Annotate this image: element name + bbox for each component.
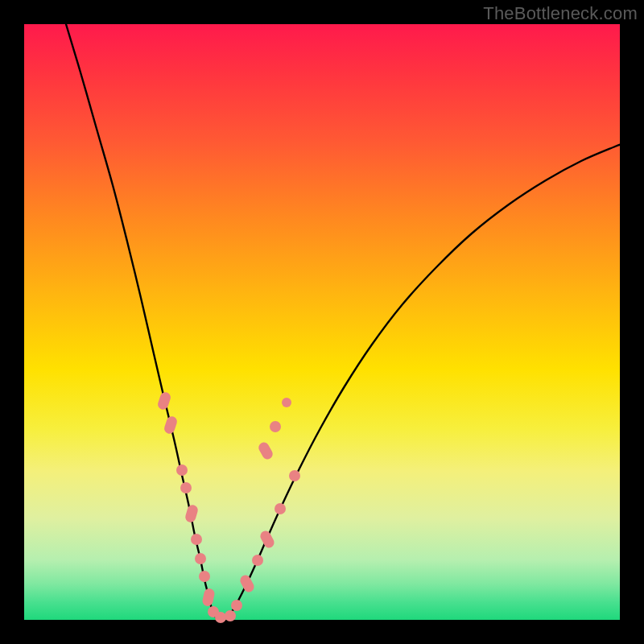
marker-dot	[282, 398, 291, 407]
marker-dot	[252, 555, 263, 566]
chart-frame: TheBottleneck.com	[0, 0, 644, 644]
marker-pill	[184, 504, 200, 524]
marker-pill	[258, 529, 276, 550]
curve-right	[227, 145, 620, 618]
marker-dot	[199, 571, 210, 582]
marker-dot	[275, 503, 286, 514]
marker-pill	[201, 588, 215, 607]
marker-dot	[225, 610, 236, 621]
plot-area	[24, 24, 620, 620]
marker-dot	[195, 553, 206, 564]
marker-pill	[257, 440, 275, 461]
watermark-text: TheBottleneck.com	[483, 3, 638, 24]
marker-dot	[231, 600, 242, 611]
marker-pill	[163, 415, 178, 436]
curve-left	[66, 24, 217, 618]
marker-dot	[215, 612, 226, 623]
marker-group	[156, 391, 300, 623]
marker-dot	[270, 421, 281, 432]
marker-dot	[191, 534, 202, 545]
marker-dot	[176, 464, 188, 476]
marker-dot	[289, 470, 300, 481]
marker-pill	[238, 573, 256, 594]
marker-pill	[156, 391, 171, 411]
curve-group	[66, 24, 620, 618]
curve-layer	[24, 24, 620, 620]
marker-dot	[180, 482, 192, 493]
